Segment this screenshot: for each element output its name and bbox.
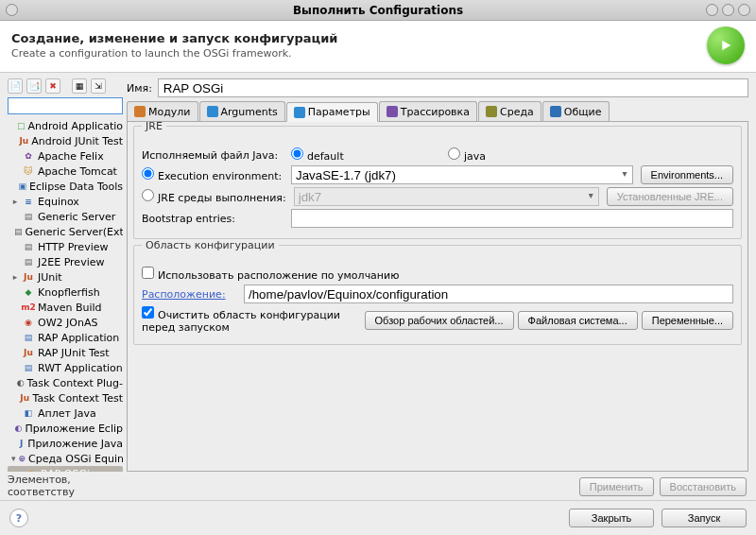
tree-item[interactable]: ✿Apache Felix	[8, 148, 123, 164]
apply-button: Применить	[579, 477, 654, 496]
tree-item[interactable]: ▾⊕Среда OSGi Equin	[8, 451, 123, 466]
tree-item-icon: ≡	[22, 196, 35, 207]
config-area-group: Область конфигурации Использовать распол…	[133, 245, 742, 345]
tree-item-icon: ◐	[17, 377, 25, 388]
filter-button[interactable]: ▦	[72, 78, 87, 94]
close-button[interactable]: Закрыть	[569, 509, 654, 527]
tab-общие[interactable]: Общие	[542, 101, 610, 121]
tree-item[interactable]: □Android Applicatio	[8, 118, 123, 133]
tree-item[interactable]: 🐱Apache Tomcat	[8, 164, 123, 179]
tree-item[interactable]: ▤RWT Application	[8, 360, 123, 375]
tree-item-label: Android Applicatio	[27, 120, 123, 132]
tree-item[interactable]: m2Maven Build	[8, 300, 123, 315]
tree-item[interactable]: ◐Task Context Plug-	[8, 375, 123, 390]
environments-button[interactable]: Environments...	[641, 165, 733, 184]
tab-модули[interactable]: Модули	[127, 101, 198, 121]
maximize-icon[interactable]	[722, 4, 734, 16]
bootstrap-label: Bootstrap entries:	[142, 213, 284, 225]
tree-item-label: Apache Tomcat	[38, 165, 117, 178]
tab-трассировка[interactable]: Трассировка	[379, 101, 477, 121]
tree-item-icon: ▤	[22, 362, 35, 373]
tree-item[interactable]: ▤Generic Server	[8, 209, 123, 224]
tree-item-icon: ✿	[22, 150, 35, 162]
tree-item-label: Apache Felix	[38, 150, 104, 163]
tree-item-icon: Ju	[20, 392, 30, 404]
config-toolbar: 📄 📑 ✖ ▦ ⇲	[8, 77, 123, 95]
tree-item-label: Аплет Java	[38, 407, 96, 420]
tree-item[interactable]: JuTask Context Test	[8, 390, 123, 406]
tree-item-label: RWT Application	[38, 362, 123, 374]
tree-item[interactable]: ▣Eclipse Data Tools	[8, 179, 123, 194]
tree-item[interactable]: ▤RAP Application	[8, 330, 123, 345]
use-default-location-checkbox[interactable]: Использовать расположение по умолчанию	[142, 267, 399, 282]
tree-item[interactable]: ▤HTTP Preview	[8, 239, 123, 254]
tree-item-label: Equinox	[38, 196, 79, 208]
collapse-all-button[interactable]: ⇲	[91, 78, 106, 94]
tree-item-label: OW2 JOnAS	[38, 317, 97, 329]
tree-item[interactable]: ◐Приложение Eclip	[8, 421, 123, 436]
delete-config-button[interactable]: ✖	[45, 78, 60, 94]
jre-runtime-radio[interactable]: JRE среды выполнения:	[142, 189, 286, 204]
tree-item-icon: □	[17, 120, 26, 131]
close-window-icon[interactable]	[738, 4, 750, 16]
new-config-button[interactable]: 📄	[8, 78, 23, 94]
jre-runtime-select: jdk7	[294, 187, 599, 206]
jre-group: JRE Исполняемый файл Java: default java …	[133, 126, 742, 239]
tree-item-icon: ⊕	[19, 453, 26, 464]
tree-item[interactable]: ▸JuJUnit	[8, 269, 123, 285]
clear-config-checkbox[interactable]: Очистить область конфигурации перед запу…	[142, 306, 357, 334]
window-menu-icon[interactable]	[6, 4, 18, 16]
browse-workspace-button[interactable]: Обзор рабочих областей...	[365, 311, 514, 330]
tree-item[interactable]: ◆Knopflerfish	[8, 285, 123, 300]
tree-item-label: Task Context Plug-	[27, 377, 123, 389]
tab-arguments[interactable]: Arguments	[199, 101, 285, 121]
location-label-link[interactable]: Расположение:	[142, 288, 236, 301]
tree-item-icon: ▤	[22, 332, 35, 343]
tab-icon	[486, 106, 497, 117]
tree-item[interactable]: JuRAP JUnit Test	[8, 345, 123, 360]
tree-item-label: Generic Server	[38, 211, 115, 223]
tree-item-label: Приложение Java	[27, 438, 123, 450]
tab-folder: МодулиArgumentsПараметрыТрассировкаСреда…	[127, 101, 748, 122]
tab-среда[interactable]: Среда	[478, 101, 541, 121]
tree-item[interactable]: JuAndroid JUnit Test	[8, 133, 123, 148]
tree-item-icon: ▤	[22, 256, 35, 268]
tree-item-icon: ◉	[22, 317, 35, 328]
run-button[interactable]: Запуск	[662, 509, 747, 527]
tree-item-label: J2EE Preview	[38, 256, 104, 268]
radio-default[interactable]: default	[291, 147, 433, 163]
radio-java[interactable]: java	[448, 147, 590, 163]
page-subtitle: Create a configuration to launch the OSG…	[11, 47, 337, 60]
tree-item-label: Knopflerfish	[38, 286, 100, 299]
tab-параметры[interactable]: Параметры	[286, 102, 378, 122]
tree-item[interactable]: ◧Аплет Java	[8, 406, 123, 421]
help-icon[interactable]: ?	[9, 509, 28, 527]
location-input[interactable]	[244, 285, 733, 303]
exec-env-radio[interactable]: Execution environment:	[142, 167, 284, 182]
tree-item-label: RAP JUnit Test	[38, 347, 110, 359]
tree-item-icon: ▤	[22, 211, 35, 222]
config-area-title: Область конфигурации	[142, 239, 279, 251]
tree-item-icon: ▣	[19, 181, 27, 192]
tree-item[interactable]: ◉OW2 JOnAS	[8, 315, 123, 330]
minimize-icon[interactable]	[706, 4, 718, 16]
name-input[interactable]	[158, 78, 748, 97]
browse-filesystem-button[interactable]: Файловая система...	[518, 311, 638, 330]
tab-icon	[294, 107, 305, 118]
variables-button[interactable]: Переменные...	[642, 311, 733, 330]
page-title: Создание, изменение и запуск конфигураци…	[11, 31, 337, 45]
tree-item[interactable]: ▸≡Equinox	[8, 194, 123, 209]
tree-item[interactable]: ▤Generic Server(Ext	[8, 224, 123, 239]
tree-item-icon: 🐱	[22, 165, 35, 177]
tree-item[interactable]: ▤J2EE Preview	[8, 254, 123, 269]
tree-item-icon: m2	[22, 302, 35, 313]
filter-input[interactable]	[8, 97, 123, 114]
exec-env-select[interactable]: JavaSE-1.7 (jdk7)	[291, 165, 633, 184]
bootstrap-input[interactable]	[291, 209, 733, 228]
tree-item[interactable]: JПриложение Java	[8, 436, 123, 451]
config-tree[interactable]: □Android ApplicatioJuAndroid JUnit Test✿…	[8, 118, 123, 472]
tree-item-icon: ◆	[22, 286, 35, 298]
duplicate-config-button[interactable]: 📑	[26, 78, 42, 94]
run-icon	[707, 26, 745, 64]
window-titlebar: Выполнить Configurations	[0, 0, 756, 21]
